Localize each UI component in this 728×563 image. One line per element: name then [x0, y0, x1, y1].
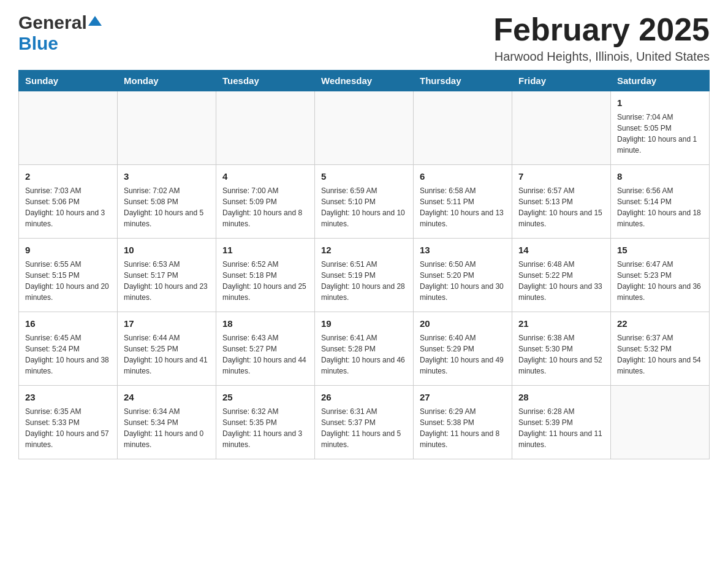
calendar-cell: 11Sunrise: 6:52 AMSunset: 5:18 PMDayligh… [216, 239, 315, 312]
day-number: 7 [518, 170, 604, 183]
day-info: Sunrise: 6:57 AMSunset: 5:13 PMDaylight:… [518, 185, 604, 229]
day-number: 1 [617, 96, 703, 109]
day-number: 4 [222, 170, 308, 183]
header-saturday: Saturday [611, 71, 710, 91]
calendar-cell: 9Sunrise: 6:55 AMSunset: 5:15 PMDaylight… [19, 239, 118, 312]
day-number: 3 [124, 170, 210, 183]
calendar-cell [216, 91, 315, 165]
calendar-cell: 19Sunrise: 6:41 AMSunset: 5:28 PMDayligh… [315, 312, 414, 386]
calendar-cell [315, 91, 414, 165]
header-sunday: Sunday [19, 71, 118, 91]
calendar-cell: 28Sunrise: 6:28 AMSunset: 5:39 PMDayligh… [512, 386, 611, 459]
day-number: 28 [518, 391, 604, 404]
location-subtitle: Harwood Heights, Illinois, United States [493, 50, 710, 64]
calendar-cell [118, 91, 216, 165]
day-info: Sunrise: 7:00 AMSunset: 5:09 PMDaylight:… [222, 185, 308, 229]
day-number: 26 [321, 391, 407, 404]
day-info: Sunrise: 6:58 AMSunset: 5:11 PMDaylight:… [420, 185, 506, 229]
day-info: Sunrise: 6:51 AMSunset: 5:19 PMDaylight:… [321, 259, 407, 303]
day-info: Sunrise: 6:59 AMSunset: 5:10 PMDaylight:… [321, 185, 407, 229]
calendar-cell [414, 91, 512, 165]
header-monday: Monday [118, 71, 216, 91]
title-area: February 2025 Harwood Heights, Illinois,… [493, 12, 710, 64]
calendar-header-row: Sunday Monday Tuesday Wednesday Thursday… [19, 71, 710, 91]
day-info: Sunrise: 6:44 AMSunset: 5:25 PMDaylight:… [124, 332, 210, 377]
header-friday: Friday [512, 71, 611, 91]
calendar-cell: 3Sunrise: 7:02 AMSunset: 5:08 PMDaylight… [118, 165, 216, 239]
calendar-cell: 14Sunrise: 6:48 AMSunset: 5:22 PMDayligh… [512, 239, 611, 312]
day-info: Sunrise: 6:41 AMSunset: 5:28 PMDaylight:… [321, 332, 407, 377]
calendar-cell: 8Sunrise: 6:56 AMSunset: 5:14 PMDaylight… [611, 165, 710, 239]
day-number: 25 [222, 391, 308, 404]
page-header: General Blue February 2025 Harwood Heigh… [18, 12, 710, 64]
day-number: 6 [420, 170, 506, 183]
day-info: Sunrise: 6:38 AMSunset: 5:30 PMDaylight:… [518, 332, 604, 377]
header-wednesday: Wednesday [315, 71, 414, 91]
day-info: Sunrise: 6:55 AMSunset: 5:15 PMDaylight:… [25, 259, 111, 303]
day-info: Sunrise: 6:45 AMSunset: 5:24 PMDaylight:… [25, 332, 111, 377]
calendar-week-5: 23Sunrise: 6:35 AMSunset: 5:33 PMDayligh… [19, 386, 710, 459]
calendar-cell: 18Sunrise: 6:43 AMSunset: 5:27 PMDayligh… [216, 312, 315, 386]
day-number: 27 [420, 391, 506, 404]
calendar-cell [19, 91, 118, 165]
day-number: 23 [25, 391, 111, 404]
calendar-cell: 1Sunrise: 7:04 AMSunset: 5:05 PMDaylight… [611, 91, 710, 165]
calendar-table: Sunday Monday Tuesday Wednesday Thursday… [18, 70, 710, 459]
logo-general-text: General [18, 12, 87, 33]
calendar-week-4: 16Sunrise: 6:45 AMSunset: 5:24 PMDayligh… [19, 312, 710, 386]
day-number: 14 [518, 243, 604, 256]
calendar-cell: 6Sunrise: 6:58 AMSunset: 5:11 PMDaylight… [414, 165, 512, 239]
calendar-cell: 27Sunrise: 6:29 AMSunset: 5:38 PMDayligh… [414, 386, 512, 459]
day-info: Sunrise: 6:43 AMSunset: 5:27 PMDaylight:… [222, 332, 308, 377]
logo: General Blue [18, 12, 102, 54]
day-number: 8 [617, 170, 703, 183]
day-info: Sunrise: 6:50 AMSunset: 5:20 PMDaylight:… [420, 259, 506, 303]
day-info: Sunrise: 7:02 AMSunset: 5:08 PMDaylight:… [124, 185, 210, 229]
logo-arrow-icon [88, 15, 102, 31]
day-number: 9 [25, 243, 111, 256]
calendar-week-1: 1Sunrise: 7:04 AMSunset: 5:05 PMDaylight… [19, 91, 710, 165]
day-number: 10 [124, 243, 210, 256]
day-info: Sunrise: 6:56 AMSunset: 5:14 PMDaylight:… [617, 185, 703, 229]
day-number: 20 [420, 317, 506, 330]
day-info: Sunrise: 6:34 AMSunset: 5:34 PMDaylight:… [124, 406, 210, 450]
day-info: Sunrise: 6:48 AMSunset: 5:22 PMDaylight:… [518, 259, 604, 303]
day-info: Sunrise: 7:04 AMSunset: 5:05 PMDaylight:… [617, 112, 703, 156]
day-info: Sunrise: 6:35 AMSunset: 5:33 PMDaylight:… [25, 406, 111, 450]
day-number: 22 [617, 317, 703, 330]
calendar-cell: 4Sunrise: 7:00 AMSunset: 5:09 PMDaylight… [216, 165, 315, 239]
calendar-cell: 2Sunrise: 7:03 AMSunset: 5:06 PMDaylight… [19, 165, 118, 239]
day-info: Sunrise: 6:53 AMSunset: 5:17 PMDaylight:… [124, 259, 210, 303]
day-info: Sunrise: 6:40 AMSunset: 5:29 PMDaylight:… [420, 332, 506, 377]
day-number: 21 [518, 317, 604, 330]
day-number: 2 [25, 170, 111, 183]
calendar-cell [512, 91, 611, 165]
calendar-cell: 7Sunrise: 6:57 AMSunset: 5:13 PMDaylight… [512, 165, 611, 239]
day-info: Sunrise: 6:28 AMSunset: 5:39 PMDaylight:… [518, 406, 604, 450]
day-info: Sunrise: 6:29 AMSunset: 5:38 PMDaylight:… [420, 406, 506, 450]
header-thursday: Thursday [414, 71, 512, 91]
calendar-cell: 15Sunrise: 6:47 AMSunset: 5:23 PMDayligh… [611, 239, 710, 312]
calendar-cell [611, 386, 710, 459]
day-number: 15 [617, 243, 703, 256]
day-number: 13 [420, 243, 506, 256]
day-info: Sunrise: 6:37 AMSunset: 5:32 PMDaylight:… [617, 332, 703, 377]
calendar-cell: 21Sunrise: 6:38 AMSunset: 5:30 PMDayligh… [512, 312, 611, 386]
calendar-cell: 16Sunrise: 6:45 AMSunset: 5:24 PMDayligh… [19, 312, 118, 386]
calendar-cell: 17Sunrise: 6:44 AMSunset: 5:25 PMDayligh… [118, 312, 216, 386]
day-info: Sunrise: 6:52 AMSunset: 5:18 PMDaylight:… [222, 259, 308, 303]
day-number: 12 [321, 243, 407, 256]
calendar-cell: 26Sunrise: 6:31 AMSunset: 5:37 PMDayligh… [315, 386, 414, 459]
calendar-week-3: 9Sunrise: 6:55 AMSunset: 5:15 PMDaylight… [19, 239, 710, 312]
day-number: 17 [124, 317, 210, 330]
calendar-cell: 10Sunrise: 6:53 AMSunset: 5:17 PMDayligh… [118, 239, 216, 312]
day-info: Sunrise: 6:32 AMSunset: 5:35 PMDaylight:… [222, 406, 308, 450]
calendar-cell: 12Sunrise: 6:51 AMSunset: 5:19 PMDayligh… [315, 239, 414, 312]
day-number: 19 [321, 317, 407, 330]
day-info: Sunrise: 7:03 AMSunset: 5:06 PMDaylight:… [25, 185, 111, 229]
calendar-cell: 23Sunrise: 6:35 AMSunset: 5:33 PMDayligh… [19, 386, 118, 459]
calendar-cell: 13Sunrise: 6:50 AMSunset: 5:20 PMDayligh… [414, 239, 512, 312]
header-tuesday: Tuesday [216, 71, 315, 91]
day-info: Sunrise: 6:31 AMSunset: 5:37 PMDaylight:… [321, 406, 407, 450]
calendar-cell: 22Sunrise: 6:37 AMSunset: 5:32 PMDayligh… [611, 312, 710, 386]
